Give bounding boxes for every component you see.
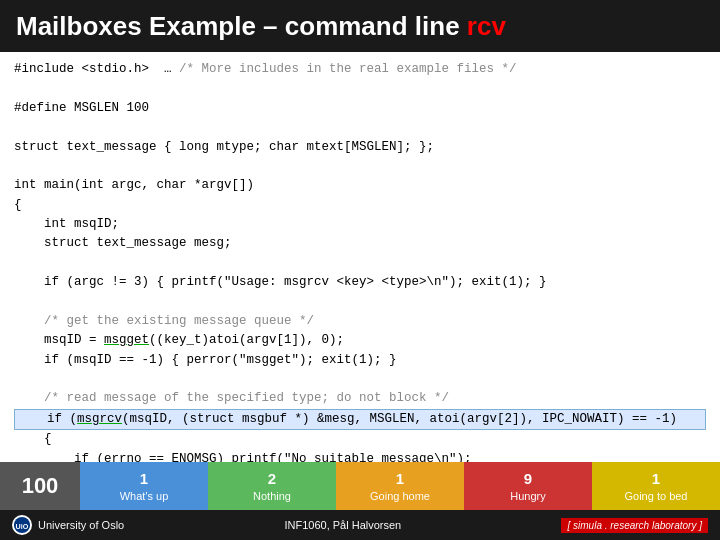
mailbox-item-4: 9 Hungry <box>464 462 592 510</box>
code-line-blank2 <box>14 118 706 137</box>
code-line-9: int msqID; <box>14 215 706 234</box>
simula-label: [ simula . research laboratory ] <box>567 520 702 531</box>
code-line-3: #define MSGLEN 100 <box>14 99 706 118</box>
mailbox-count-4: 9 <box>524 469 532 489</box>
mailbox-item-5: 1 Going to bed <box>592 462 720 510</box>
mailbox-item-2: 2 Nothing <box>208 462 336 510</box>
code-line-blank <box>14 79 706 98</box>
simula-badge: [ simula . research laboratory ] <box>561 518 708 533</box>
code-line-blank3 <box>14 157 706 176</box>
code-line-16: if (msqID == -1) { perror("msgget"); exi… <box>14 351 706 370</box>
code-line-18: /* read message of the specified type; d… <box>14 389 706 408</box>
code-line-1: #include <stdio.h> … /* More includes in… <box>14 60 706 79</box>
code-line-5: struct text_message { long mtype; char m… <box>14 138 706 157</box>
mailbox-count-3: 1 <box>396 469 404 489</box>
mailbox-label-5: Going to bed <box>625 489 688 503</box>
svg-text:UiO: UiO <box>16 522 29 531</box>
code-line-7: int main(int argc, char *argv[]) <box>14 176 706 195</box>
mailbox-count-1: 1 <box>140 469 148 489</box>
mailbox-label-1: What's up <box>120 489 169 503</box>
page-footer: UiO University of Oslo INF1060, Pål Halv… <box>0 510 720 540</box>
mailbox-bar: 100 1 What's up 2 Nothing 1 Going home 9… <box>0 462 720 510</box>
code-line-blank4 <box>14 254 706 273</box>
footer-course: INF1060, Pål Halvorsen <box>284 519 401 531</box>
page-header: Mailboxes Example – command line rcv <box>0 0 720 52</box>
code-line-10: struct text_message mesg; <box>14 234 706 253</box>
mailbox-item-3: 1 Going home <box>336 462 464 510</box>
mailbox-label-4: Hungry <box>510 489 545 503</box>
uio-logo-icon: UiO <box>12 515 32 535</box>
title-highlight: rcv <box>467 11 506 41</box>
code-line-blank5 <box>14 293 706 312</box>
code-line-14: /* get the existing message queue */ <box>14 312 706 331</box>
code-line-19: if (msgrcv(msqID, (struct msgbuf *) &mes… <box>14 409 706 430</box>
mailbox-count-5: 1 <box>652 469 660 489</box>
mailbox-total: 100 <box>22 473 59 499</box>
mailbox-item-1: 1 What's up <box>80 462 208 510</box>
code-line-8: { <box>14 196 706 215</box>
mailbox-count-label: 100 <box>0 462 80 510</box>
code-line-blank6 <box>14 370 706 389</box>
code-line-15: msqID = msgget((key_t)atoi(argv[1]), 0); <box>14 331 706 350</box>
page-title: Mailboxes Example – command line rcv <box>16 11 506 42</box>
mailbox-label-3: Going home <box>370 489 430 503</box>
code-line-12: if (argc != 3) { printf("Usage: msgrcv <… <box>14 273 706 292</box>
mailbox-label-2: Nothing <box>253 489 291 503</box>
footer-logo: UiO University of Oslo <box>12 515 124 535</box>
code-line-20: { <box>14 430 706 449</box>
title-prefix: Mailboxes Example – command line <box>16 11 467 41</box>
mailbox-count-2: 2 <box>268 469 276 489</box>
university-name: University of Oslo <box>38 519 124 531</box>
